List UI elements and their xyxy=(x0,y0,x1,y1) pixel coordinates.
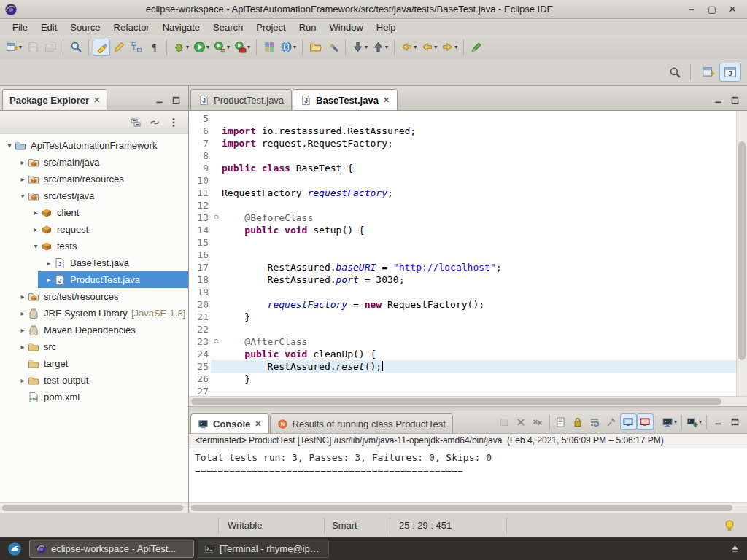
tray-expand-icon[interactable] xyxy=(726,540,743,558)
taskbar-window-terminal-rhyme-ip-172-3[interactable]: [Terminal - rhyme@ip-172-3... xyxy=(198,540,329,558)
view-menu-button[interactable] xyxy=(165,114,182,131)
open-element-button[interactable] xyxy=(67,39,85,56)
close-icon[interactable]: ✕ xyxy=(383,96,390,105)
console-maximize-button[interactable] xyxy=(727,415,743,429)
tree-collapsed-arrow-icon[interactable]: ▸ xyxy=(18,343,28,351)
code-line-11[interactable]: 11RequestFactory requestFactory; xyxy=(189,187,736,199)
dropdown-arrow-icon[interactable]: ▾ xyxy=(414,44,417,50)
dropdown-arrow-icon[interactable]: ▾ xyxy=(454,44,457,50)
code-line-14[interactable]: 14 public void setup() { xyxy=(189,224,736,236)
pin-editor-button[interactable] xyxy=(468,39,485,56)
save-button[interactable] xyxy=(24,39,42,56)
back-button[interactable]: ▾ xyxy=(419,39,439,56)
tree-item-target[interactable]: target xyxy=(0,355,188,372)
code-line-21[interactable]: 21 } xyxy=(189,311,736,323)
java-perspective-button[interactable]: J xyxy=(719,63,741,82)
console-tab-console[interactable]: Console✕ xyxy=(190,413,269,433)
scrollbar-thumb[interactable] xyxy=(738,141,746,360)
view-maximize-button[interactable] xyxy=(168,93,185,107)
toggle-mark-occurrences-button[interactable] xyxy=(93,39,110,56)
tree-expanded-arrow-icon[interactable]: ▾ xyxy=(4,141,15,149)
editor-hscrollbar[interactable] xyxy=(189,396,747,406)
code-line-7[interactable]: 7import request.RequestFactory; xyxy=(189,137,736,149)
word-wrap-button[interactable] xyxy=(587,413,603,430)
tree-collapsed-arrow-icon[interactable]: ▸ xyxy=(18,175,28,183)
tab-package-explorer[interactable]: Package Explorer ✕ xyxy=(2,89,107,110)
tree-collapsed-arrow-icon[interactable]: ▸ xyxy=(18,326,28,334)
new-java-project-button[interactable] xyxy=(260,39,278,56)
code-line-8[interactable]: 8 xyxy=(189,149,736,162)
tree-item-request[interactable]: ▸request xyxy=(0,221,188,238)
remove-launch-button[interactable] xyxy=(513,413,530,430)
scrollbar-thumb[interactable] xyxy=(2,505,183,511)
previous-annotation-button[interactable]: ▾ xyxy=(370,39,390,56)
console-output[interactable]: Total tests run: 3, Passes: 3, Failures:… xyxy=(189,448,747,502)
coverage-button[interactable]: ▾ xyxy=(212,39,232,56)
editor-vscrollbar[interactable] xyxy=(736,111,747,396)
code-line-24[interactable]: 24 public void cleanUp() { xyxy=(189,348,736,360)
lightbulb-icon[interactable] xyxy=(722,518,737,533)
show-selected-element-button[interactable] xyxy=(110,39,128,56)
console-minimize-button[interactable] xyxy=(710,415,727,429)
code-line-9[interactable]: 9public class BaseTest { xyxy=(189,162,736,174)
code-editor[interactable]: 56import io.restassured.RestAssured;7imp… xyxy=(189,111,747,396)
search-button[interactable] xyxy=(666,63,684,81)
tree-collapsed-arrow-icon[interactable]: ▸ xyxy=(44,259,54,267)
dropdown-arrow-icon[interactable]: ▾ xyxy=(699,419,702,425)
editor-minimize-button[interactable] xyxy=(710,93,727,107)
scrollbar-thumb[interactable] xyxy=(191,398,721,405)
dropdown-arrow-icon[interactable]: ▾ xyxy=(19,44,22,50)
code-line-13[interactable]: 13⊖ @BeforeClass xyxy=(189,211,736,224)
code-line-19[interactable]: 19 xyxy=(189,286,736,298)
new-wizard-button[interactable]: ▾ xyxy=(4,39,24,56)
dropdown-arrow-icon[interactable]: ▾ xyxy=(206,44,209,50)
code-line-26[interactable]: 26 } xyxy=(189,373,736,385)
editor-tab-producttest-java[interactable]: JProductTest.java xyxy=(190,89,292,110)
menu-file[interactable]: File xyxy=(6,20,34,34)
tree-item-pom-xml[interactable]: xmlpom.xml xyxy=(0,389,188,405)
display-selected-console-button[interactable]: ▾ xyxy=(660,413,678,430)
window-maximize-button[interactable]: ▢ xyxy=(702,2,722,17)
scrollbar-thumb[interactable] xyxy=(191,505,732,511)
code-line-6[interactable]: 6import io.restassured.RestAssured; xyxy=(189,125,736,137)
tree-collapsed-arrow-icon[interactable]: ▸ xyxy=(18,309,28,317)
window-close-button[interactable]: ✕ xyxy=(722,2,743,17)
open-web-browser-button[interactable]: ▾ xyxy=(278,39,298,56)
tree-item-src-main-resources[interactable]: ▸src/main/resources xyxy=(0,171,188,187)
next-annotation-button[interactable]: ▾ xyxy=(349,39,370,56)
editor-tab-basetest-java[interactable]: JBaseTest.java✕ xyxy=(293,89,398,110)
code-line-17[interactable]: 17 RestAssured.baseURI = "http://localho… xyxy=(189,261,736,273)
save-all-button[interactable] xyxy=(42,39,59,56)
code-area[interactable]: 56import io.restassured.RestAssured;7imp… xyxy=(189,111,736,396)
close-icon[interactable]: ✕ xyxy=(93,96,100,105)
scroll-lock-button[interactable] xyxy=(570,413,587,430)
code-line-25[interactable]: 25 RestAssured.reset(); xyxy=(189,360,736,373)
last-edit-location-button[interactable]: ▾ xyxy=(398,39,419,56)
show-on-stdout-button[interactable] xyxy=(620,413,637,430)
remove-all-launches-button[interactable] xyxy=(530,413,546,430)
tree-item-src-test-java[interactable]: ▾src/test/java xyxy=(0,187,188,204)
tree-collapsed-arrow-icon[interactable]: ▸ xyxy=(18,376,28,384)
menu-source[interactable]: Source xyxy=(63,20,107,34)
forward-button[interactable]: ▾ xyxy=(439,39,460,56)
dropdown-arrow-icon[interactable]: ▾ xyxy=(186,44,189,50)
menu-help[interactable]: Help xyxy=(370,20,403,34)
code-line-16[interactable]: 16 xyxy=(189,249,736,261)
code-line-10[interactable]: 10 xyxy=(189,174,736,187)
fold-collapse-icon[interactable]: ⊖ xyxy=(211,335,222,348)
menu-refactor[interactable]: Refactor xyxy=(107,20,156,34)
tree-collapsed-arrow-icon[interactable]: ▸ xyxy=(31,209,41,217)
tree-item-maven-dependencies[interactable]: ▸Maven Dependencies xyxy=(0,322,188,338)
tree-expanded-arrow-icon[interactable]: ▾ xyxy=(31,242,41,250)
code-line-5[interactable]: 5 xyxy=(189,112,736,125)
view-minimize-button[interactable] xyxy=(151,93,168,107)
code-line-23[interactable]: 23⊖ @AfterClass xyxy=(189,335,736,348)
menu-search[interactable]: Search xyxy=(206,20,249,34)
taskbar-window-eclipse-workspace-apitest[interactable]: eclipse-workspace - ApiTest... xyxy=(29,540,194,558)
code-line-20[interactable]: 20 requestFactory = new RequestFactory()… xyxy=(189,298,736,311)
open-perspective-button[interactable] xyxy=(697,63,719,82)
code-line-15[interactable]: 15 xyxy=(189,236,736,249)
menu-window[interactable]: Window xyxy=(323,20,370,34)
window-minimize-button[interactable]: – xyxy=(681,2,702,17)
run-button[interactable]: ▾ xyxy=(191,39,212,56)
